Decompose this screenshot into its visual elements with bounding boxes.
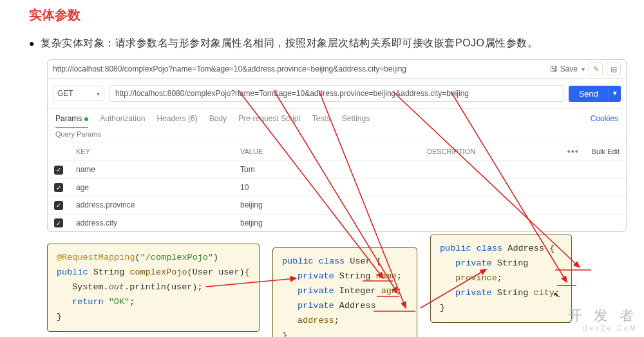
save-button[interactable]: 🖫 Save ▾ (550, 64, 585, 73)
save-icon: 🖫 (550, 64, 558, 73)
request-title-url: http://localhost:8080/complexPojo?name=T… (53, 64, 550, 73)
url-input[interactable]: http://localhost:8080/complexPojo?name=T… (109, 85, 564, 102)
tab-pre-request-script[interactable]: Pre-request Script (238, 111, 301, 128)
params-table: KEY VALUE DESCRIPTION ••• Bulk Edit ✓ na… (48, 142, 626, 231)
query-params-label: Query Params (48, 128, 626, 142)
cursor-icon: ↖ (553, 289, 561, 300)
send-button[interactable]: Send (569, 86, 609, 102)
tab-tests[interactable]: Tests (312, 111, 330, 128)
save-label: Save (560, 64, 578, 73)
checkbox[interactable]: ✓ (54, 201, 63, 210)
tab-body[interactable]: Body (209, 111, 227, 128)
code-address-class: public class Address { private String pr… (430, 235, 572, 323)
param-value[interactable]: beijing (234, 197, 421, 215)
table-row: ✓ address.city beijing (48, 214, 626, 231)
table-row: ✓ name Tom (48, 161, 626, 179)
postman-panel: http://localhost:8080/complexPojo?name=T… (47, 59, 627, 232)
param-value[interactable]: 10 (234, 178, 421, 197)
method-select[interactable]: GET ▾ (53, 86, 104, 101)
code-controller: @RequestMapping("/complexPojo") public S… (47, 244, 260, 332)
tab-params[interactable]: Params (55, 111, 88, 128)
col-description: DESCRIPTION (421, 142, 561, 161)
cookies-link[interactable]: Cookies (591, 111, 618, 128)
edit-icon[interactable]: ✎ (589, 63, 603, 75)
tab-authorization[interactable]: Authorization (100, 111, 145, 128)
param-key[interactable]: age (70, 178, 234, 197)
param-key[interactable]: address.city (70, 214, 234, 231)
col-key: KEY (70, 142, 234, 161)
send-dropdown[interactable]: ▾ (609, 86, 621, 102)
col-value: VALUE (234, 142, 421, 161)
bulk-edit-link[interactable]: Bulk Edit (592, 148, 620, 155)
tab-settings[interactable]: Settings (342, 111, 370, 128)
checkbox[interactable]: ✓ (54, 218, 63, 227)
bullet-dot: ● (29, 38, 34, 48)
table-row: ✓ address.province beijing (48, 197, 626, 215)
code-user-class: public class User { private String name;… (272, 247, 417, 337)
param-value[interactable]: Tom (234, 161, 421, 179)
checkbox[interactable]: ✓ (54, 166, 63, 175)
chevron-down-icon: ▾ (582, 66, 585, 73)
section-title: 实体参数 (29, 6, 615, 24)
param-value[interactable]: beijing (234, 214, 421, 231)
tab-headers[interactable]: Headers (6) (156, 111, 197, 128)
param-key[interactable]: name (70, 161, 234, 179)
watermark: 开 发 者 DevZe.CoM (568, 306, 638, 332)
param-key[interactable]: address.province (70, 197, 234, 215)
more-icon[interactable]: ••• (567, 146, 579, 157)
table-row: ✓ age 10 (48, 178, 626, 197)
comment-icon[interactable]: ▤ (607, 63, 621, 75)
chevron-down-icon: ▾ (97, 90, 100, 97)
bullet-item: ● 复杂实体对象：请求参数名与形参对象属性名相同，按照对象层次结构关系即可接收嵌… (29, 37, 615, 50)
bullet-text: 复杂实体对象：请求参数名与形参对象属性名相同，按照对象层次结构关系即可接收嵌套P… (41, 37, 538, 50)
checkbox[interactable]: ✓ (54, 183, 63, 192)
method-value: GET (57, 89, 73, 98)
